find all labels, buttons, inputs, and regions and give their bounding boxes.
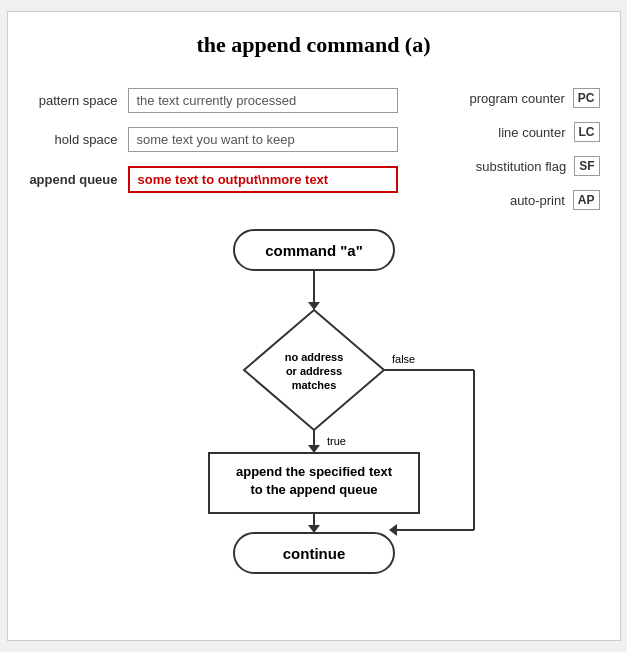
main-card: the append command (a) pattern space the… bbox=[7, 11, 621, 641]
substitution-flag-badge: SF bbox=[574, 156, 599, 176]
svg-marker-13 bbox=[308, 525, 320, 533]
hold-space-row: hold space some text you want to keep bbox=[28, 127, 420, 152]
auto-print-label: auto-print bbox=[510, 193, 565, 208]
registers-section: pattern space the text currently process… bbox=[28, 88, 600, 210]
action-text-1: append the specified text bbox=[235, 464, 392, 479]
program-counter-label: program counter bbox=[469, 91, 564, 106]
auto-print-badge: AP bbox=[573, 190, 600, 210]
append-queue-row: append queue some text to output\nmore t… bbox=[28, 166, 420, 193]
line-counter-badge: LC bbox=[574, 122, 600, 142]
append-queue-value: some text to output\nmore text bbox=[128, 166, 398, 193]
continue-text: continue bbox=[282, 545, 345, 562]
true-label: true bbox=[327, 435, 346, 447]
decision-text-3: matches bbox=[291, 379, 336, 391]
substitution-flag-label: substitution flag bbox=[476, 159, 566, 174]
svg-marker-9 bbox=[308, 445, 320, 453]
left-registers: pattern space the text currently process… bbox=[28, 88, 420, 210]
action-text-2: to the append queue bbox=[250, 482, 377, 497]
page-title: the append command (a) bbox=[28, 32, 600, 58]
hold-space-value: some text you want to keep bbox=[128, 127, 398, 152]
line-counter-row: line counter LC bbox=[498, 122, 599, 142]
decision-text-2: or address bbox=[285, 365, 341, 377]
hold-space-label: hold space bbox=[28, 132, 118, 147]
decision-text-1: no address bbox=[284, 351, 343, 363]
pattern-space-row: pattern space the text currently process… bbox=[28, 88, 420, 113]
auto-print-row: auto-print AP bbox=[510, 190, 600, 210]
false-label: false bbox=[392, 353, 415, 365]
command-box-text: command "a" bbox=[265, 242, 363, 259]
right-registers: program counter PC line counter LC subst… bbox=[420, 88, 600, 210]
append-queue-label: append queue bbox=[28, 172, 118, 187]
flowchart: command "a" no address or address matche… bbox=[28, 220, 600, 580]
program-counter-badge: PC bbox=[573, 88, 600, 108]
pattern-space-label: pattern space bbox=[28, 93, 118, 108]
program-counter-row: program counter PC bbox=[469, 88, 599, 108]
pattern-space-value: the text currently processed bbox=[128, 88, 398, 113]
line-counter-label: line counter bbox=[498, 125, 565, 140]
svg-marker-7 bbox=[389, 524, 397, 536]
substitution-flag-row: substitution flag SF bbox=[476, 156, 600, 176]
